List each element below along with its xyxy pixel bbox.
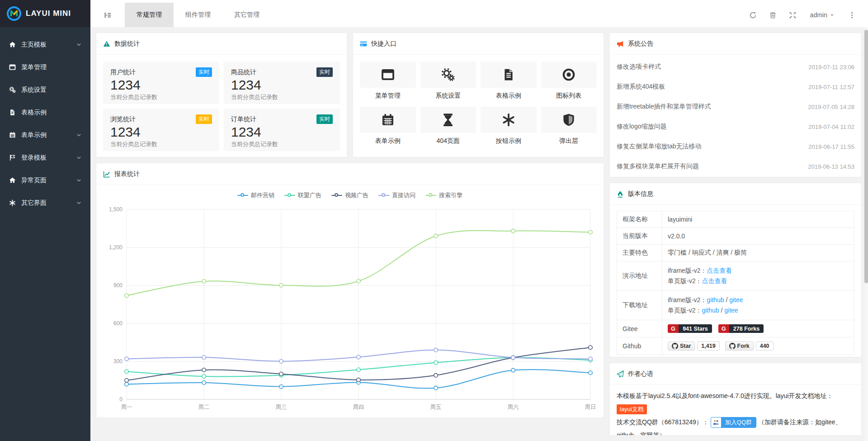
legend-item[interactable]: 搜索引擎 [425,191,462,199]
more-menu-icon[interactable] [842,3,862,27]
quick-entry-item[interactable]: 表格示例 [481,62,537,100]
stat-value: 1234 [231,124,333,140]
stat-label: 商品统计 [231,68,256,76]
gitee-badge-label: 278 Forks [729,324,764,333]
sidebar-item[interactable]: 主页模板 [0,33,90,56]
header-tabs: 常规管理组件管理其它管理 [125,3,271,27]
announcement-time: 2019-07-04 11:02 [808,123,854,130]
quick-entry-item[interactable]: 404页面 [420,107,476,145]
header-tab[interactable]: 其它管理 [222,3,271,27]
quick-entry-label: 404页面 [420,137,476,145]
svg-text:1,200: 1,200 [109,244,123,251]
version-row-label: 下载地址 [617,291,662,320]
legend-marker-icon [378,193,389,198]
version-row: 演示地址 iframe版-v2：点击查看单页版-v2：点击查看 [617,261,854,291]
scrollbar-thumb[interactable] [864,30,868,283]
header-tab[interactable]: 常规管理 [125,3,174,27]
version-row: 主要特色 零门槛 / 响应式 / 清爽 / 极简 [617,245,854,261]
window-icon [360,62,416,88]
version-link[interactable]: github [702,307,719,314]
fire-icon [617,190,624,198]
quick-entry-item[interactable]: 系统设置 [420,62,476,100]
home-icon [9,177,17,184]
author-line-2: 技术交流QQ群（667813249）：加入QQ群（加群请备注来源：如gitee、… [617,416,854,436]
card-title: 作者心语 [628,370,653,378]
quick-entry-label: 表单示例 [360,137,416,145]
legend-label: 直接访问 [392,191,415,199]
github-fork-count[interactable]: 440 [756,341,774,351]
announcement-item[interactable]: 新增treetable插件和菜单管理样式 2019-07-05 14:28 [617,97,854,117]
announcement-text: 修改logo缩放问题 [617,123,666,131]
gitee-badge[interactable]: G 278 Forks [718,324,764,333]
version-link[interactable]: gitee [724,307,738,314]
version-row: Gitee G 941 Stars G 278 Forks [617,320,854,337]
clear-cache-trash-icon[interactable] [763,3,783,27]
announcement-item[interactable]: 修改选项卡样式 2019-07-11 23:06 [617,57,854,77]
svg-text:周五: 周五 [430,404,442,410]
quick-entry-grid: 菜单管理 系统设置 表格示例 图标列表 表单示例 404页面 按钮示例 弹出层 [353,55,604,149]
quick-entry-item[interactable]: 按钮示例 [481,107,537,145]
fullscreen-icon[interactable] [783,3,803,27]
announcement-item[interactable]: 修复左侧菜单缩放tab无法移动 2019-06-17 11:55 [617,137,854,156]
announcement-time: 2019-06-17 11:55 [808,143,854,150]
sidebar-item[interactable]: 异常页面 [0,169,90,192]
legend-item[interactable]: 视频广告 [331,191,368,199]
github-widget: Star 1,419 [668,341,720,351]
stat-description: 当前分类总记录数 [110,140,212,148]
join-qq-group-link[interactable]: 加入QQ群 [711,417,756,428]
quick-entry-item[interactable]: 弹出层 [541,107,597,145]
collapse-sidebar-icon[interactable] [90,3,125,27]
sidebar-item[interactable]: 系统设置 [0,79,90,101]
legend-item[interactable]: 联盟广告 [284,191,321,199]
layui-mini-logo-icon [6,6,22,21]
github-star-count[interactable]: 1,419 [697,341,719,351]
gitee-badge[interactable]: G 941 Stars [668,324,712,333]
github-star-button[interactable]: Star [668,341,695,351]
sidebar-item-label: 菜单管理 [21,63,82,71]
asterisk-icon [9,199,17,207]
quick-entry-item[interactable]: 表单示例 [360,107,416,145]
announcement-text: 修改选项卡样式 [617,63,661,71]
announcement-item[interactable]: 修改logo缩放问题 2019-07-04 11:02 [617,117,854,137]
announcement-time: 2019-07-05 14:28 [808,104,854,110]
qq-group-text: 技术交流QQ群（667813249）： [617,418,709,426]
svg-text:0: 0 [119,396,123,403]
scrollbar-track[interactable] [864,27,868,441]
legend-item[interactable]: 邮件营销 [237,191,274,199]
sidebar-item[interactable]: 菜单管理 [0,56,90,79]
github-fork-button[interactable]: Fork [725,341,754,351]
header-tab[interactable]: 组件管理 [174,3,222,27]
sidebar-item[interactable]: 表格示例 [0,101,90,124]
sidebar-item[interactable]: 表单示例 [0,124,90,147]
version-row-label: Github [617,337,662,355]
version-link[interactable]: gitee [729,296,743,303]
version-row: 框架名称 layuimini [617,211,854,228]
version-table-wrap: 框架名称 layuimini 当前版本 v2.0.0 主要特色 零门槛 / 响应… [610,205,861,357]
version-link[interactable]: 点击查看 [702,277,727,285]
join-qq-group-label: 加入QQ群 [721,417,756,427]
sidebar-item[interactable]: 其它界面 [0,192,90,214]
announcement-item[interactable]: 修复多模块菜单栏展开有问题 2019-06-13 14:53 [617,156,854,176]
chevron-down-icon [76,200,82,206]
link-prefix: 单页版-v2： [668,277,702,285]
sidebar-item-label: 其它界面 [21,199,76,207]
announcement-item[interactable]: 新增系统404模板 2019-07-11 12:57 [617,77,854,97]
sidebar-item-label: 主页模板 [21,41,76,49]
user-dropdown[interactable]: admin [803,3,842,27]
refresh-icon[interactable] [743,3,763,27]
chevron-down-icon [76,132,82,138]
sidebar-item[interactable]: 登录模板 [0,147,90,169]
quick-entry-item[interactable]: 图标列表 [541,62,597,100]
stat-value: 1234 [110,124,212,140]
sidebar-item-label: 表格示例 [21,109,82,117]
header: 常规管理组件管理其它管理 admin [90,0,868,27]
legend-item[interactable]: 直接访问 [378,191,415,199]
version-link[interactable]: github [707,296,724,303]
qq-people-icon [711,418,721,427]
logo[interactable]: LAYUI MINI [0,0,90,27]
version-link[interactable]: 点击查看 [707,267,732,274]
chevron-down-icon [76,155,82,161]
calendar-icon [9,132,17,139]
quick-entry-item[interactable]: 菜单管理 [360,62,416,100]
layui-doc-link[interactable]: layui文档 [617,404,647,414]
